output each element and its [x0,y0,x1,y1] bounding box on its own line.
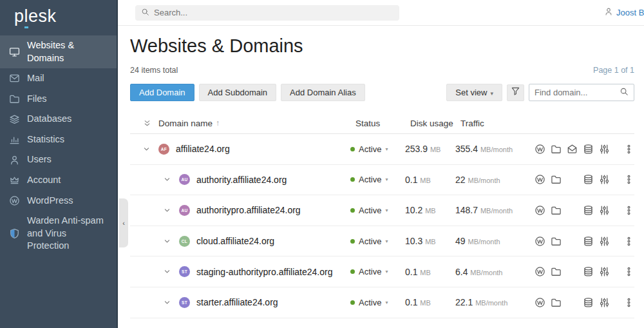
table-row: AF affiliate24.org Active ▾ 253.9 MB 355… [130,134,634,165]
folder-icon [9,93,20,104]
sidebar-item-wordpress[interactable]: WordPress [0,191,117,211]
mail-icon[interactable] [566,143,578,155]
chevron-down-icon[interactable] [143,146,152,153]
table-row: CL cloud.affiliate24.org Active ▾ 10.3 M… [130,226,634,257]
site-favicon: ST [179,297,190,308]
kebab-menu-icon[interactable] [623,296,634,308]
files-icon[interactable] [550,204,562,216]
sidebar-item-websites-domains[interactable]: Websites & Domains [0,35,117,68]
status-dropdown[interactable]: Active ▾ [350,175,405,184]
traffic-value: 22.1 MB/month [455,297,534,307]
settings-sliders-icon[interactable] [598,143,610,155]
kebab-menu-icon[interactable] [623,266,634,278]
page-title: Websites & Domains [130,35,634,57]
domain-name-link[interactable]: starter.affiliate24.org [196,297,278,307]
status-dropdown[interactable]: Active ▾ [350,144,405,154]
disk-usage-value: 10.3 MB [405,236,455,246]
kebab-menu-icon[interactable] [623,143,634,155]
database-icon[interactable] [582,296,594,308]
wordpress-icon[interactable] [534,296,545,308]
sidebar-item-files[interactable]: Files [0,89,117,110]
files-icon[interactable] [550,296,562,308]
find-domain-box [529,84,634,101]
database-icon[interactable] [582,204,594,216]
settings-sliders-icon[interactable] [598,296,610,308]
domain-name-link[interactable]: staging-authoritypro.affiliate24.org [196,267,332,277]
wordpress-icon[interactable] [534,235,545,247]
sidebar-item-statistics[interactable]: Statistics [0,130,117,150]
sidebar-item-warden[interactable]: Warden Anti-spam and Virus Protection [0,211,117,256]
status-dropdown[interactable]: Active ▾ [350,206,405,215]
wordpress-icon[interactable] [534,174,545,186]
files-icon[interactable] [550,174,562,186]
add-domain-alias-button[interactable]: Add Domain Alias [281,84,365,101]
sidebar-item-mail[interactable]: Mail [0,68,117,89]
chevron-down-icon: ▾ [385,300,388,305]
files-icon[interactable] [550,235,562,247]
settings-sliders-icon[interactable] [598,174,610,186]
status-dot-icon [350,269,355,274]
settings-sliders-icon[interactable] [598,204,610,216]
database-icon[interactable] [582,143,594,155]
traffic-value: 355.4 MB/month [455,144,534,154]
sidebar-item-databases[interactable]: Databases [0,109,117,130]
domain-name-link[interactable]: affiliate24.org [176,144,230,154]
sidebar-item-users[interactable]: Users [0,150,117,170]
chevron-down-icon: ▾ [385,269,388,275]
find-domain-input[interactable] [535,88,616,97]
site-favicon: ST [179,266,190,277]
table-row: ST staging-authoritypro.affiliate24.org … [130,256,634,287]
chevron-down-icon: ▾ [385,177,388,182]
expand-all-icon[interactable] [143,119,152,128]
status-dropdown[interactable]: Active ▾ [350,236,405,246]
wordpress-icon[interactable] [534,204,545,216]
wordpress-icon[interactable] [534,266,545,278]
search-input[interactable] [154,8,393,17]
user-icon [9,155,20,166]
chevron-down-icon[interactable] [164,268,173,275]
database-icon[interactable] [582,235,594,247]
user-menu[interactable]: Joost Bo [604,7,644,18]
monitor-icon [9,46,20,57]
kebab-menu-icon[interactable] [623,235,634,247]
status-dot-icon [350,177,355,182]
sidebar-collapse-handle[interactable]: ‹ [119,198,128,247]
layers-icon [9,114,20,125]
chevron-down-icon[interactable] [164,238,173,245]
chevron-down-icon[interactable] [164,207,173,214]
funnel-icon [511,86,520,99]
add-domain-button[interactable]: Add Domain [130,84,194,101]
header-traffic: Traffic [460,119,539,128]
settings-sliders-icon[interactable] [598,266,610,278]
user-icon [604,7,613,18]
chevron-down-icon[interactable] [164,176,173,183]
chevron-down-icon[interactable] [164,299,173,306]
database-icon[interactable] [582,266,594,278]
table-row: ST starter.affiliate24.org Active ▾ 0.1 … [130,287,634,318]
status-dropdown[interactable]: Active ▾ [350,298,405,307]
table-row: AU authority.affiliate24.org Active ▾ 0.… [130,165,634,196]
plesk-logo: plesk [0,0,117,35]
site-favicon: AU [179,205,190,216]
files-icon[interactable] [550,266,562,278]
status-dropdown[interactable]: Active ▾ [350,267,405,276]
pagination[interactable]: Page 1 of 1 [593,66,634,75]
kebab-menu-icon[interactable] [623,204,634,216]
database-icon[interactable] [582,174,594,186]
chevron-down-icon: ▾ [385,238,388,244]
traffic-value: 22 MB/month [455,175,534,185]
wordpress-icon[interactable] [534,143,545,155]
files-icon[interactable] [550,143,562,155]
domain-name-link[interactable]: cloud.affiliate24.org [196,236,274,246]
kebab-menu-icon[interactable] [623,174,634,186]
set-view-button[interactable]: Set view▾ [446,84,502,101]
domain-name-link[interactable]: authority.affiliate24.org [196,175,287,185]
sort-domain-name[interactable]: Domain name ↑ [158,119,220,128]
add-subdomain-button[interactable]: Add Subdomain [199,84,277,101]
domain-name-link[interactable]: authoritypro.affiliate24.org [196,205,301,215]
sidebar-item-account[interactable]: Account [0,170,117,191]
settings-sliders-icon[interactable] [598,235,610,247]
topbar: Joost Bo [118,0,644,26]
filter-button[interactable] [507,84,524,101]
status-dot-icon [350,300,355,305]
